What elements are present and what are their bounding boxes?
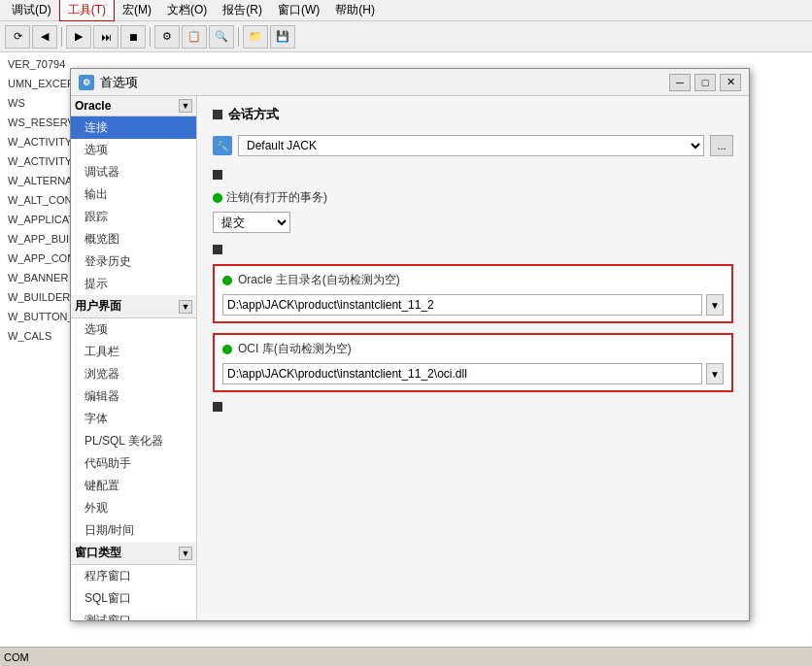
minimize-button[interactable]: ─: [669, 74, 691, 91]
tree-item-debugger[interactable]: 调试器: [71, 161, 196, 183]
menu-window[interactable]: 窗口(W): [270, 0, 327, 20]
dialog-body: Oracle ▼ 连接 选项 调试器 输出 跟踪 概览图 登录历史 提示 用户界…: [71, 96, 749, 620]
tree-item-program-window[interactable]: 程序窗口: [71, 565, 196, 587]
menu-document[interactable]: 文档(O): [159, 0, 215, 20]
oci-library-input-row: ▼: [222, 363, 724, 384]
tree-header-ui[interactable]: 用户界面 ▼: [71, 295, 196, 318]
toolbar-sep-3: [238, 27, 239, 47]
menu-debug[interactable]: 调试(D): [4, 0, 59, 20]
transaction-form-row: 提交: [213, 212, 733, 233]
right-panel: 会话方式 🔧 Default JACK ... 注销(有打开的事务): [197, 96, 749, 620]
tree-item-code-assistant[interactable]: 代码助手: [71, 452, 196, 475]
dialog-title: 首选项: [100, 74, 669, 91]
tree-item-trace[interactable]: 跟踪: [71, 206, 196, 228]
toolbar-btn-1[interactable]: ⟳: [5, 25, 30, 49]
transaction-section: 注销(有打开的事务) 提交: [213, 189, 733, 233]
window-type-section-label: 窗口类型: [75, 545, 121, 561]
toolbar-btn-4[interactable]: ⏭: [93, 25, 118, 49]
oci-library-label-row: OCI 库(自动检测为空): [222, 341, 724, 357]
oracle-home-label-row: Oracle 主目录名(自动检测为空): [222, 272, 724, 288]
toolbar-btn-6[interactable]: ⚙: [154, 25, 180, 49]
left-panel: Oracle ▼ 连接 选项 调试器 输出 跟踪 概览图 登录历史 提示 用户界…: [71, 96, 197, 620]
close-button[interactable]: ✕: [720, 74, 741, 91]
tree-item-ui-options[interactable]: 选项: [71, 318, 196, 341]
tree-item-key-config[interactable]: 键配置: [71, 475, 196, 497]
tree-item-hints[interactable]: 提示: [71, 273, 196, 295]
statusbar: COM: [0, 647, 812, 666]
profile-row: 🔧 Default JACK ...: [213, 135, 733, 156]
transaction-label-row: 注销(有打开的事务): [213, 189, 733, 206]
oci-library-section: OCI 库(自动检测为空) ▼: [213, 333, 733, 392]
menu-report[interactable]: 报告(R): [215, 0, 270, 20]
toolbar-sep-2: [150, 27, 151, 47]
oracle-home-input[interactable]: [222, 294, 702, 316]
ui-section-label: 用户界面: [75, 298, 121, 315]
dialog-titlebar: ⚙ 首选项 ─ □ ✕: [71, 69, 749, 96]
tree-item-sql-window[interactable]: SQL窗口: [71, 587, 196, 610]
tree-header-oracle[interactable]: Oracle ▼: [71, 96, 196, 117]
menu-macro[interactable]: 宏(M): [115, 0, 159, 20]
toolbar-btn-7[interactable]: 📋: [182, 25, 207, 49]
menu-help[interactable]: 帮助(H): [327, 0, 383, 20]
oci-library-dropdown-btn[interactable]: ▼: [706, 363, 724, 384]
profile-more-button[interactable]: ...: [710, 135, 733, 156]
ui-expand-btn[interactable]: ▼: [179, 300, 192, 314]
oci-library-green-dot: [222, 345, 232, 354]
tree-item-output[interactable]: 输出: [71, 183, 196, 206]
menubar: 调试(D) 工具(T) 宏(M) 文档(O) 报告(R) 窗口(W) 帮助(H): [0, 0, 812, 21]
toolbar-btn-8[interactable]: 🔍: [209, 25, 234, 49]
oracle-home-dropdown-btn[interactable]: ▼: [706, 294, 724, 316]
tree-item-plsql-beautifier[interactable]: PL/SQL 美化器: [71, 430, 196, 452]
oracle-section-label: Oracle: [75, 99, 111, 113]
toolbar-btn-2[interactable]: ◀: [32, 25, 57, 49]
section-marker-2: [213, 170, 222, 180]
toolbar-btn-9[interactable]: 📁: [243, 25, 268, 49]
dialog-title-icon: ⚙: [79, 75, 94, 90]
tree-item-connect[interactable]: 连接: [71, 117, 196, 139]
tree-item-options[interactable]: 选项: [71, 139, 196, 161]
oci-library-label: OCI 库(自动检测为空): [238, 341, 352, 357]
tree-item-appearance[interactable]: 外观: [71, 497, 196, 519]
section-marker-3: [213, 245, 222, 254]
tree-section-window-type: 窗口类型 ▼ 程序窗口 SQL窗口 测试窗口 计划窗口: [71, 542, 196, 620]
toolbar-btn-10[interactable]: 💾: [270, 25, 295, 49]
oracle-expand-btn[interactable]: ▼: [179, 99, 192, 113]
toolbar: ⟳ ◀ ▶ ⏭ ⏹ ⚙ 📋 🔍 📁 💾: [0, 21, 812, 52]
tree-item-datetime[interactable]: 日期/时间: [71, 519, 196, 542]
tree-item-toolbar[interactable]: 工具栏: [71, 341, 196, 363]
preferences-dialog: ⚙ 首选项 ─ □ ✕ Oracle ▼ 连接 选项 调试器 输出 跟踪 概览图: [70, 68, 750, 621]
bottom-marker: [213, 402, 222, 412]
window-type-expand-btn[interactable]: ▼: [179, 547, 192, 560]
profile-select[interactable]: Default JACK: [238, 135, 704, 156]
session-mode-marker: [213, 110, 222, 119]
toolbar-btn-5[interactable]: ⏹: [120, 25, 146, 49]
tree-item-browser[interactable]: 浏览器: [71, 363, 196, 385]
session-mode-title: 会话方式: [228, 106, 279, 123]
maximize-button[interactable]: □: [694, 74, 716, 91]
oracle-home-label: Oracle 主目录名(自动检测为空): [238, 272, 400, 288]
oci-library-input[interactable]: [222, 363, 702, 384]
tree-item-login-history[interactable]: 登录历史: [71, 250, 196, 273]
oracle-home-input-row: ▼: [222, 294, 724, 316]
statusbar-text: COM: [4, 651, 29, 663]
tree-section-ui: 用户界面 ▼ 选项 工具栏 浏览器 编辑器 字体 PL/SQL 美化器 代码助手…: [71, 295, 196, 542]
tree-item-editor[interactable]: 编辑器: [71, 385, 196, 408]
commit-select[interactable]: 提交: [213, 212, 290, 233]
oracle-home-section: Oracle 主目录名(自动检测为空) ▼: [213, 264, 733, 323]
tree-item-test-window[interactable]: 测试窗口: [71, 610, 196, 620]
toolbar-btn-3[interactable]: ▶: [66, 25, 91, 49]
tree-section-oracle: Oracle ▼ 连接 选项 调试器 输出 跟踪 概览图 登录历史 提示: [71, 96, 196, 295]
oracle-home-green-dot: [222, 276, 232, 285]
tree-item-font[interactable]: 字体: [71, 408, 196, 430]
tree-item-overview[interactable]: 概览图: [71, 228, 196, 250]
profile-icon: 🔧: [213, 136, 232, 155]
tree-header-window-type[interactable]: 窗口类型 ▼: [71, 542, 196, 565]
dialog-controls: ─ □ ✕: [669, 74, 741, 91]
menu-tools[interactable]: 工具(T): [59, 0, 115, 21]
toolbar-sep-1: [61, 27, 62, 47]
transaction-label: 注销(有打开的事务): [226, 189, 327, 206]
transaction-green-dot: [213, 193, 222, 203]
